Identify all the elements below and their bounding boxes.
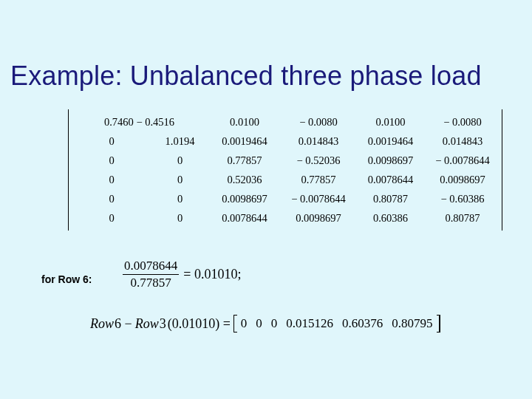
left-bracket-icon bbox=[233, 315, 237, 332]
matrix-cell: 0 bbox=[71, 193, 152, 205]
matrix-cell: 0.0078644 bbox=[355, 174, 426, 186]
expr-row6-a2: 6 − bbox=[115, 316, 132, 332]
matrix-cell: − 0.0080 bbox=[282, 116, 355, 129]
matrix-cell: 0.0078644 bbox=[208, 212, 282, 225]
matrix-cell: − 0.0080 bbox=[426, 116, 499, 129]
expr-row3-b2: 3 bbox=[160, 316, 166, 332]
matrix-cell: − 0.60386 bbox=[426, 193, 499, 205]
vector-cell: 0.80795 bbox=[392, 316, 432, 331]
fraction: 0.0078644 0.77857 bbox=[123, 259, 179, 290]
matrix-cell: − 0.0078644 bbox=[282, 193, 355, 205]
matrix-cell: 0.77857 bbox=[208, 154, 282, 167]
matrix: 0.7460 − 0.4516 0.0100 − 0.0080 0.0100 −… bbox=[68, 109, 473, 231]
vector-cell: 0.60376 bbox=[342, 316, 383, 331]
matrix-cell: 0.0098697 bbox=[208, 193, 282, 205]
matrix-cell: 0 bbox=[71, 135, 152, 148]
expr-row3-b: Row bbox=[135, 316, 159, 332]
row-operation: Row 6 − Row 3 (0.01010) = 0 0 0 0.015126… bbox=[90, 315, 440, 332]
matrix-cell: 0.52036 bbox=[208, 174, 282, 186]
expr-factor: (0.01010) = bbox=[168, 316, 231, 332]
matrix-cell: 0.0100 bbox=[208, 116, 282, 129]
fraction-result: = 0.01010; bbox=[183, 267, 241, 282]
matrix-cell: 0 bbox=[152, 212, 208, 225]
matrix-cell: 0.0098697 bbox=[355, 154, 426, 167]
vector-cell: 0 bbox=[241, 316, 248, 331]
matrix-cell: 0.0019464 bbox=[208, 135, 282, 148]
matrix-cell: 0 bbox=[71, 212, 152, 225]
matrix-cell: 0.014843 bbox=[282, 135, 355, 148]
row6-fraction: 0.0078644 0.77857 = 0.01010; bbox=[123, 259, 241, 290]
slide: Example: Unbalanced three phase load 0.7… bbox=[0, 0, 532, 399]
right-bracket-icon bbox=[437, 315, 440, 332]
matrix-body: 0.7460 − 0.4516 0.0100 − 0.0080 0.0100 −… bbox=[68, 109, 502, 231]
matrix-cell: 0.60386 bbox=[355, 212, 426, 225]
expr-row6-a: Row bbox=[90, 316, 114, 332]
matrix-cell: 0 bbox=[152, 193, 208, 205]
matrix-cell: 0.0100 bbox=[355, 116, 426, 129]
fraction-denominator: 0.77857 bbox=[129, 276, 173, 290]
matrix-cell: 1.0194 bbox=[152, 135, 208, 148]
matrix-cell: 0.0019464 bbox=[355, 135, 426, 148]
fraction-bar-icon bbox=[123, 274, 179, 275]
fraction-numerator: 0.0078644 bbox=[123, 259, 179, 273]
vector-cell: 0 bbox=[256, 316, 262, 331]
matrix-cell: 0.80787 bbox=[426, 212, 499, 225]
matrix-cell: 0.0098697 bbox=[282, 212, 355, 225]
row6-label: for Row 6: bbox=[41, 273, 92, 285]
vector-cell: 0 bbox=[271, 316, 278, 331]
matrix-cell: 0 bbox=[152, 154, 208, 167]
matrix-cell: 0 bbox=[71, 154, 152, 167]
matrix-cell: 0.0098697 bbox=[426, 174, 499, 186]
matrix-cell: 0.80787 bbox=[355, 193, 426, 205]
vector-cell: 0.015126 bbox=[286, 316, 333, 331]
matrix-cell: 0.014843 bbox=[426, 135, 499, 148]
matrix-cell: 0 bbox=[71, 174, 152, 186]
slide-title: Example: Unbalanced three phase load bbox=[10, 61, 482, 92]
matrix-cell: − 0.52036 bbox=[282, 154, 355, 167]
matrix-cell: 0.77857 bbox=[282, 174, 355, 186]
matrix-cell: − 0.0078644 bbox=[426, 154, 499, 167]
matrix-cell: 0 bbox=[152, 174, 208, 186]
result-vector: 0 0 0 0.015126 0.60376 0.80795 bbox=[233, 315, 440, 332]
matrix-cell: 0.7460 − 0.4516 bbox=[71, 116, 208, 129]
